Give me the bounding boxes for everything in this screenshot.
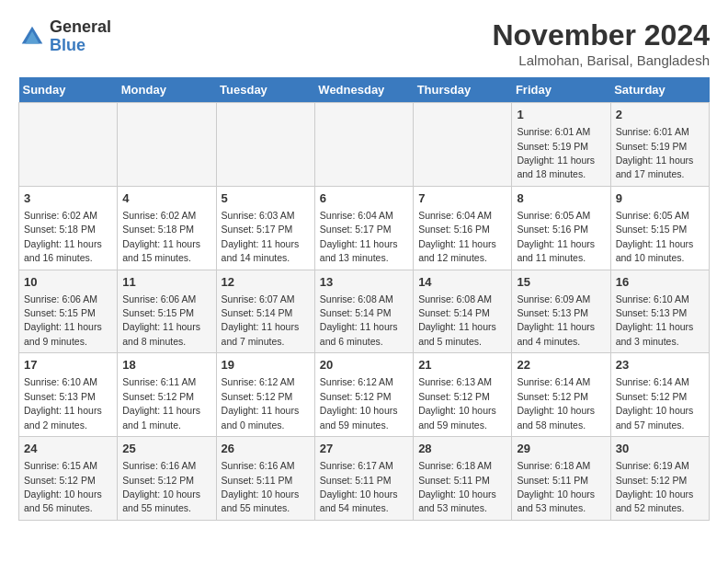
- day-info: Sunrise: 6:13 AM Sunset: 5:12 PM Dayligh…: [418, 376, 496, 430]
- logo: General Blue: [18, 18, 111, 55]
- calendar-body: 1Sunrise: 6:01 AM Sunset: 5:19 PM Daylig…: [19, 103, 710, 521]
- day-info: Sunrise: 6:02 AM Sunset: 5:18 PM Dayligh…: [122, 210, 200, 263]
- logo-icon: [18, 23, 46, 51]
- week-row-3: 10Sunrise: 6:06 AM Sunset: 5:15 PM Dayli…: [19, 270, 710, 353]
- weekday-header-friday: Friday: [512, 77, 610, 103]
- calendar-cell: 22Sunrise: 6:14 AM Sunset: 5:12 PM Dayli…: [512, 353, 610, 437]
- day-number: 29: [517, 441, 605, 457]
- day-info: Sunrise: 6:12 AM Sunset: 5:12 PM Dayligh…: [222, 376, 300, 430]
- day-info: Sunrise: 6:18 AM Sunset: 5:11 PM Dayligh…: [517, 460, 595, 513]
- calendar-cell: 27Sunrise: 6:17 AM Sunset: 5:11 PM Dayli…: [314, 437, 413, 521]
- day-number: 17: [24, 357, 112, 373]
- weekday-header-wednesday: Wednesday: [314, 77, 413, 103]
- calendar-cell: 21Sunrise: 6:13 AM Sunset: 5:12 PM Dayli…: [414, 353, 512, 437]
- day-number: 12: [222, 274, 310, 291]
- calendar-cell: 8Sunrise: 6:05 AM Sunset: 5:16 PM Daylig…: [512, 186, 610, 270]
- day-info: Sunrise: 6:11 AM Sunset: 5:12 PM Dayligh…: [122, 376, 200, 430]
- calendar-cell: 4Sunrise: 6:02 AM Sunset: 5:18 PM Daylig…: [118, 186, 216, 270]
- day-info: Sunrise: 6:18 AM Sunset: 5:11 PM Dayligh…: [418, 460, 496, 513]
- title-block: November 2024 Lalmohan, Barisal, Banglad…: [492, 18, 710, 68]
- calendar-cell: 19Sunrise: 6:12 AM Sunset: 5:12 PM Dayli…: [216, 353, 314, 437]
- day-number: 24: [24, 441, 112, 457]
- calendar-cell: 11Sunrise: 6:06 AM Sunset: 5:15 PM Dayli…: [118, 270, 216, 353]
- logo-text: General Blue: [50, 18, 111, 55]
- day-info: Sunrise: 6:16 AM Sunset: 5:12 PM Dayligh…: [122, 460, 200, 513]
- day-info: Sunrise: 6:05 AM Sunset: 5:16 PM Dayligh…: [517, 210, 595, 263]
- day-number: 4: [122, 190, 210, 207]
- day-info: Sunrise: 6:04 AM Sunset: 5:17 PM Dayligh…: [320, 210, 398, 263]
- calendar-cell: 14Sunrise: 6:08 AM Sunset: 5:14 PM Dayli…: [414, 270, 512, 353]
- day-info: Sunrise: 6:14 AM Sunset: 5:12 PM Dayligh…: [517, 376, 595, 430]
- calendar-cell: 3Sunrise: 6:02 AM Sunset: 5:18 PM Daylig…: [19, 186, 118, 270]
- day-number: 9: [616, 190, 704, 207]
- day-number: 25: [122, 441, 210, 457]
- calendar-cell: 17Sunrise: 6:10 AM Sunset: 5:13 PM Dayli…: [19, 353, 118, 437]
- week-row-5: 24Sunrise: 6:15 AM Sunset: 5:12 PM Dayli…: [19, 437, 710, 521]
- day-number: 19: [222, 357, 310, 373]
- weekday-row: SundayMondayTuesdayWednesdayThursdayFrid…: [19, 77, 710, 103]
- day-number: 18: [122, 357, 210, 373]
- calendar-cell: 2Sunrise: 6:01 AM Sunset: 5:19 PM Daylig…: [610, 103, 709, 187]
- calendar-cell: 25Sunrise: 6:16 AM Sunset: 5:12 PM Dayli…: [118, 437, 216, 521]
- day-number: 1: [517, 107, 605, 123]
- day-number: 10: [24, 274, 112, 291]
- calendar-cell: 29Sunrise: 6:18 AM Sunset: 5:11 PM Dayli…: [512, 437, 610, 521]
- calendar-header: SundayMondayTuesdayWednesdayThursdayFrid…: [19, 77, 710, 103]
- day-info: Sunrise: 6:08 AM Sunset: 5:14 PM Dayligh…: [320, 293, 398, 347]
- weekday-header-thursday: Thursday: [414, 77, 512, 103]
- calendar-cell: 16Sunrise: 6:10 AM Sunset: 5:13 PM Dayli…: [610, 270, 709, 353]
- day-number: 5: [222, 190, 310, 207]
- calendar-cell: 30Sunrise: 6:19 AM Sunset: 5:12 PM Dayli…: [610, 437, 709, 521]
- day-number: 14: [418, 274, 506, 291]
- day-info: Sunrise: 6:06 AM Sunset: 5:15 PM Dayligh…: [122, 293, 200, 347]
- day-info: Sunrise: 6:07 AM Sunset: 5:14 PM Dayligh…: [222, 293, 300, 347]
- day-number: 30: [616, 441, 704, 457]
- week-row-1: 1Sunrise: 6:01 AM Sunset: 5:19 PM Daylig…: [19, 103, 710, 187]
- calendar-cell: 12Sunrise: 6:07 AM Sunset: 5:14 PM Dayli…: [216, 270, 314, 353]
- calendar-cell: 1Sunrise: 6:01 AM Sunset: 5:19 PM Daylig…: [512, 103, 610, 187]
- day-number: 11: [122, 274, 210, 291]
- day-number: 21: [418, 357, 506, 373]
- day-number: 28: [418, 441, 506, 457]
- day-info: Sunrise: 6:01 AM Sunset: 5:19 PM Dayligh…: [616, 126, 694, 179]
- weekday-header-saturday: Saturday: [610, 77, 709, 103]
- day-number: 8: [517, 190, 605, 207]
- calendar-cell: 13Sunrise: 6:08 AM Sunset: 5:14 PM Dayli…: [314, 270, 413, 353]
- day-info: Sunrise: 6:09 AM Sunset: 5:13 PM Dayligh…: [517, 293, 595, 347]
- week-row-4: 17Sunrise: 6:10 AM Sunset: 5:13 PM Dayli…: [19, 353, 710, 437]
- calendar-cell: 23Sunrise: 6:14 AM Sunset: 5:12 PM Dayli…: [610, 353, 709, 437]
- day-number: 16: [616, 274, 704, 291]
- day-number: 13: [320, 274, 408, 291]
- calendar-cell: 24Sunrise: 6:15 AM Sunset: 5:12 PM Dayli…: [19, 437, 118, 521]
- calendar-cell: [216, 103, 314, 187]
- day-number: 7: [418, 190, 506, 207]
- month-title: November 2024: [492, 18, 710, 52]
- calendar-cell: [414, 103, 512, 187]
- day-info: Sunrise: 6:19 AM Sunset: 5:12 PM Dayligh…: [616, 460, 694, 513]
- day-info: Sunrise: 6:08 AM Sunset: 5:14 PM Dayligh…: [418, 293, 496, 347]
- calendar-cell: 15Sunrise: 6:09 AM Sunset: 5:13 PM Dayli…: [512, 270, 610, 353]
- day-number: 6: [320, 190, 408, 207]
- page-header: General Blue November 2024 Lalmohan, Bar…: [18, 18, 710, 68]
- day-number: 2: [616, 107, 704, 123]
- calendar-cell: 7Sunrise: 6:04 AM Sunset: 5:16 PM Daylig…: [414, 186, 512, 270]
- day-info: Sunrise: 6:10 AM Sunset: 5:13 PM Dayligh…: [24, 376, 102, 430]
- day-number: 3: [24, 190, 112, 207]
- day-info: Sunrise: 6:15 AM Sunset: 5:12 PM Dayligh…: [24, 460, 102, 513]
- day-number: 15: [517, 274, 605, 291]
- location: Lalmohan, Barisal, Bangladesh: [492, 52, 710, 68]
- day-info: Sunrise: 6:06 AM Sunset: 5:15 PM Dayligh…: [24, 293, 102, 347]
- calendar-cell: 9Sunrise: 6:05 AM Sunset: 5:15 PM Daylig…: [610, 186, 709, 270]
- calendar-cell: [314, 103, 413, 187]
- day-info: Sunrise: 6:17 AM Sunset: 5:11 PM Dayligh…: [320, 460, 398, 513]
- calendar-cell: 6Sunrise: 6:04 AM Sunset: 5:17 PM Daylig…: [314, 186, 413, 270]
- day-info: Sunrise: 6:01 AM Sunset: 5:19 PM Dayligh…: [517, 126, 595, 179]
- day-info: Sunrise: 6:03 AM Sunset: 5:17 PM Dayligh…: [222, 210, 300, 263]
- day-number: 20: [320, 357, 408, 373]
- weekday-header-monday: Monday: [118, 77, 216, 103]
- calendar-cell: 20Sunrise: 6:12 AM Sunset: 5:12 PM Dayli…: [314, 353, 413, 437]
- calendar-cell: 28Sunrise: 6:18 AM Sunset: 5:11 PM Dayli…: [414, 437, 512, 521]
- weekday-header-sunday: Sunday: [19, 77, 118, 103]
- calendar-cell: [118, 103, 216, 187]
- week-row-2: 3Sunrise: 6:02 AM Sunset: 5:18 PM Daylig…: [19, 186, 710, 270]
